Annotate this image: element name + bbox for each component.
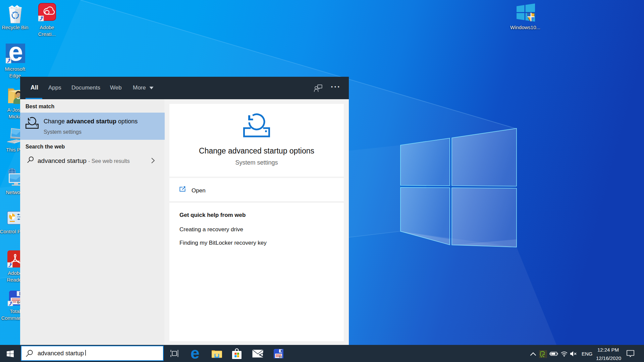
svg-text:64: 64 bbox=[279, 356, 282, 358]
